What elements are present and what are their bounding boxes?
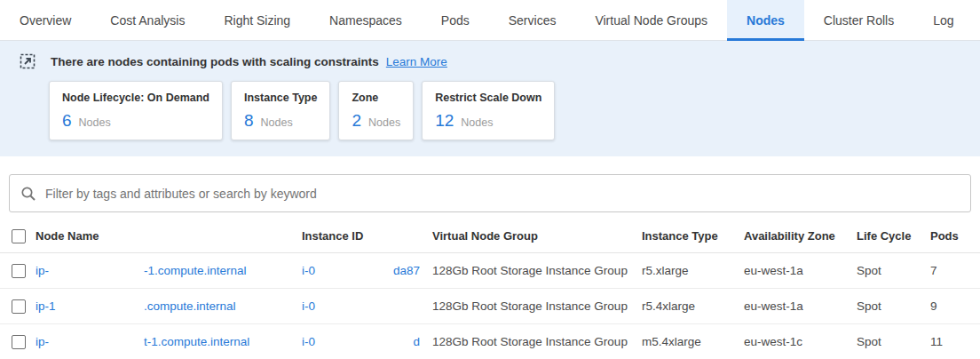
tab-log[interactable]: Log (913, 0, 973, 41)
col-life-cycle: Life Cycle (857, 229, 930, 243)
row-checkbox[interactable] (12, 299, 26, 314)
instance-type-cell: m5.4xlarge (642, 335, 744, 348)
card-title: Node Lifecycle: On Demand (62, 92, 209, 104)
card-title: Restrict Scale Down (435, 92, 541, 104)
card-unit: Nodes (368, 116, 400, 129)
pods-cell: 7 (930, 264, 980, 277)
col-availability-zone: Availability Zone (744, 229, 857, 243)
scaling-constraints-banner: There are nodes containing pods with sca… (0, 41, 980, 156)
instance-type-cell: r5.4xlarge (642, 299, 744, 313)
col-pods: Pods (930, 229, 980, 243)
instance-id-link[interactable]: da87 (393, 264, 420, 277)
card-unit: Nodes (79, 116, 111, 129)
node-name-link[interactable]: t-1.compute.internal (144, 335, 249, 348)
tab-pods[interactable]: Pods (422, 0, 489, 41)
card-zone[interactable]: Zone 2 Nodes (338, 81, 414, 140)
tab-overview[interactable]: Overview (0, 0, 91, 41)
card-value: 12 (435, 111, 454, 131)
instance-id-link[interactable]: i-0 (302, 299, 315, 313)
row-checkbox[interactable] (12, 264, 26, 278)
card-restrict-scale-down[interactable]: Restrict Scale Down 12 Nodes (422, 81, 555, 140)
life-cycle-cell: Spot (857, 299, 930, 313)
node-name-link[interactable]: ip- (36, 264, 49, 277)
card-title: Instance Type (244, 92, 317, 104)
tab-cluster-rolls[interactable]: Cluster Rolls (804, 0, 913, 41)
banner-message: There are nodes containing pods with sca… (51, 55, 379, 68)
tab-right-sizing[interactable]: Right Sizing (204, 0, 310, 41)
col-node-name: Node Name (36, 229, 302, 243)
availability-zone-cell: eu-west-1a (744, 299, 857, 313)
instance-type-cell: r5.xlarge (642, 264, 744, 277)
nodes-table: Node Name Instance ID Virtual Node Group… (0, 219, 980, 359)
virtual-node-group-cell: 128Gb Root Storage Instance Group (432, 264, 642, 277)
scale-out-icon (20, 53, 36, 69)
pods-cell: 11 (930, 335, 980, 348)
node-name-link[interactable]: ip- (36, 335, 49, 348)
select-all-checkbox[interactable] (12, 229, 26, 243)
instance-id-link[interactable]: i-0 (302, 335, 315, 348)
table-row: ip-1 .compute.internal i-0 128Gb Root St… (0, 289, 980, 324)
table-row: ip- -1.compute.internal i-0 da87 128Gb R… (0, 253, 980, 289)
row-checkbox[interactable] (12, 335, 26, 349)
life-cycle-cell: Spot (857, 264, 930, 277)
tab-services[interactable]: Services (489, 0, 576, 41)
availability-zone-cell: eu-west-1c (744, 335, 857, 348)
tab-virtual-node-groups[interactable]: Virtual Node Groups (575, 0, 727, 41)
card-title: Zone (352, 92, 400, 104)
node-name-link[interactable]: ip-1 (36, 299, 56, 313)
col-instance-type: Instance Type (642, 229, 744, 243)
search-icon (20, 186, 36, 202)
filter-input[interactable] (45, 187, 960, 201)
card-unit: Nodes (261, 116, 293, 129)
tab-nodes[interactable]: Nodes (727, 0, 804, 41)
col-instance-id: Instance ID (302, 229, 432, 243)
node-name-link[interactable]: .compute.internal (144, 299, 236, 313)
node-name-link[interactable]: -1.compute.internal (144, 264, 247, 277)
card-node-lifecycle[interactable]: Node Lifecycle: On Demand 6 Nodes (49, 81, 223, 140)
virtual-node-group-cell: 128Gb Root Storage Instance Group (432, 335, 642, 348)
card-unit: Nodes (461, 116, 493, 129)
card-value: 6 (62, 111, 72, 131)
availability-zone-cell: eu-west-1a (744, 264, 857, 277)
constraint-cards: Node Lifecycle: On Demand 6 Nodes Instan… (0, 81, 980, 140)
learn-more-link[interactable]: Learn More (386, 55, 447, 68)
virtual-node-group-cell: 128Gb Root Storage Instance Group (432, 299, 642, 313)
instance-id-link[interactable]: i-0 (302, 264, 315, 277)
instance-id-link[interactable]: d (413, 335, 420, 348)
table-header: Node Name Instance ID Virtual Node Group… (0, 219, 980, 253)
tab-bar: Overview Cost Analysis Right Sizing Name… (0, 0, 980, 41)
tab-namespaces[interactable]: Namespaces (310, 0, 422, 41)
pods-cell: 9 (930, 299, 980, 313)
tab-cost-analysis[interactable]: Cost Analysis (91, 0, 204, 41)
card-value: 8 (244, 111, 254, 131)
table-row: ip- t-1.compute.internal i-0 d 128Gb Roo… (0, 324, 980, 359)
col-virtual-node-group: Virtual Node Group (432, 229, 642, 243)
life-cycle-cell: Spot (857, 335, 930, 348)
card-value: 2 (352, 111, 361, 131)
card-instance-type[interactable]: Instance Type 8 Nodes (231, 81, 330, 140)
filter-bar (9, 174, 971, 212)
